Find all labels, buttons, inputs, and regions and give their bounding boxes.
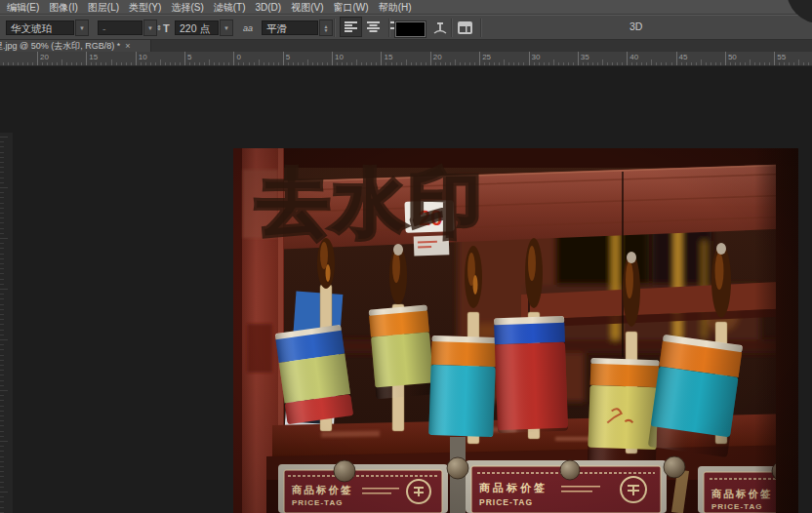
ruler-tick bbox=[57, 62, 58, 65]
menu-item-6[interactable]: 3D(D) bbox=[251, 0, 287, 15]
ruler-tick bbox=[27, 62, 28, 65]
menu-item-1[interactable]: 图像(I) bbox=[44, 0, 82, 15]
ruler-label: 25 bbox=[482, 53, 491, 61]
ruler-tick bbox=[406, 59, 407, 65]
ruler-tick bbox=[32, 62, 33, 65]
ruler-tick bbox=[259, 59, 260, 65]
ruler-tick bbox=[784, 62, 785, 65]
ruler-tick bbox=[750, 59, 751, 65]
font-size-dropdown-arrow-icon[interactable]: ▼ bbox=[220, 20, 233, 36]
ruler-label: 50 bbox=[728, 53, 737, 61]
ruler-tick bbox=[435, 62, 436, 65]
ruler-tick bbox=[735, 62, 736, 65]
ruler-tick bbox=[0, 375, 4, 375]
ruler-tick bbox=[558, 62, 559, 65]
ruler-tick bbox=[76, 62, 77, 65]
document-tab[interactable]: 里.jpg @ 50% (去水印, RGB/8) * × bbox=[0, 40, 151, 52]
menu-item-2[interactable]: 图层(L) bbox=[83, 0, 124, 15]
menu-item-4[interactable]: 选择(S) bbox=[166, 0, 208, 15]
ruler-tick bbox=[789, 62, 790, 65]
ruler-tick bbox=[479, 52, 480, 65]
ruler-tick bbox=[793, 62, 794, 65]
anti-alias-spinner-icon[interactable]: ▲▼ bbox=[319, 20, 333, 36]
ruler-tick bbox=[0, 294, 4, 295]
ruler-tick bbox=[0, 487, 4, 488]
font-style-select[interactable]: - bbox=[98, 20, 142, 35]
ruler-tick bbox=[0, 436, 4, 437]
ruler-tick bbox=[764, 62, 765, 65]
ruler-tick bbox=[278, 62, 279, 65]
menu-item-9[interactable]: 帮助(H) bbox=[374, 0, 417, 15]
ruler-tick bbox=[204, 62, 205, 65]
ruler-tick bbox=[518, 62, 519, 65]
ruler-tick bbox=[568, 62, 569, 65]
align-left-icon bbox=[345, 21, 357, 32]
align-center-button[interactable] bbox=[362, 17, 385, 37]
ruler-tick bbox=[22, 62, 23, 65]
ruler-tick bbox=[696, 62, 697, 65]
font-size-icon[interactable]: T bbox=[163, 22, 170, 34]
ruler-tick bbox=[150, 62, 151, 65]
ruler-tick bbox=[47, 62, 48, 65]
ruler-tick bbox=[508, 62, 509, 65]
font-family-select[interactable]: 华文琥珀 bbox=[6, 20, 74, 35]
ruler-tick bbox=[66, 62, 67, 65]
ruler-tick bbox=[641, 62, 642, 65]
warp-text-icon[interactable] bbox=[432, 20, 448, 36]
ruler-tick bbox=[223, 62, 224, 65]
ruler-tick bbox=[0, 178, 4, 178]
ruler-tick bbox=[194, 62, 195, 65]
ruler-tick bbox=[101, 62, 102, 65]
photo-document[interactable]: 20 bbox=[233, 148, 798, 513]
ruler-tick bbox=[0, 441, 8, 442]
ruler-tick bbox=[0, 254, 4, 255]
ruler-tick bbox=[523, 62, 524, 65]
ruler-tick bbox=[86, 52, 87, 65]
ruler-tick bbox=[583, 62, 584, 65]
font-size-input[interactable]: 220 点 bbox=[175, 20, 219, 35]
ruler-tick bbox=[474, 62, 475, 65]
ruler-tick bbox=[91, 62, 92, 65]
ruler-tick bbox=[0, 344, 4, 345]
ruler-tick bbox=[293, 62, 294, 65]
ruler-tick bbox=[233, 52, 234, 65]
ruler-tick bbox=[666, 62, 667, 65]
menu-item-3[interactable]: 类型(Y) bbox=[124, 0, 166, 15]
ruler-tick bbox=[597, 62, 598, 65]
ruler-tick bbox=[612, 62, 613, 65]
menu-item-0[interactable]: 编辑(E) bbox=[2, 0, 44, 15]
toggle-panels-icon[interactable] bbox=[457, 20, 473, 35]
ruler-tick bbox=[155, 62, 156, 65]
ruler-tick bbox=[0, 466, 4, 467]
menu-item-7[interactable]: 视图(V) bbox=[286, 0, 328, 15]
ruler-tick bbox=[0, 203, 4, 204]
ruler-tick bbox=[656, 62, 657, 65]
ruler-tick bbox=[411, 62, 412, 65]
ruler-tick bbox=[0, 279, 4, 280]
ruler-tick bbox=[553, 59, 554, 65]
ruler-tick bbox=[798, 59, 799, 65]
ruler-label: 20 bbox=[40, 53, 49, 61]
ruler-tick bbox=[96, 62, 97, 65]
horizontal-ruler[interactable]: 20151050510152025303540455055 bbox=[0, 52, 812, 66]
ruler-label: 10 bbox=[335, 53, 344, 61]
align-left-button[interactable] bbox=[340, 17, 362, 37]
watermark-text: 去水印 bbox=[257, 166, 485, 242]
font-family-dropdown-arrow-icon[interactable]: ▼ bbox=[75, 20, 89, 36]
ruler-tick bbox=[386, 62, 386, 65]
menu-item-5[interactable]: 滤镜(T) bbox=[209, 0, 251, 15]
text-color-swatch[interactable] bbox=[395, 21, 426, 37]
ruler-tick bbox=[131, 62, 132, 65]
font-style-dropdown-arrow-icon[interactable]: ▼ bbox=[143, 20, 157, 36]
tab-close-icon[interactable]: × bbox=[125, 41, 130, 51]
ruler-tick bbox=[0, 446, 4, 447]
ruler-tick bbox=[0, 420, 4, 421]
ruler-tick bbox=[303, 62, 304, 65]
document-tab-title: 里.jpg @ 50% (去水印, RGB/8) * bbox=[0, 40, 120, 52]
menu-item-8[interactable]: 窗口(W) bbox=[329, 0, 374, 15]
anti-alias-select[interactable]: 平滑 bbox=[262, 20, 318, 35]
ruler-tick bbox=[0, 172, 4, 173]
ruler-tick bbox=[720, 62, 721, 65]
vertical-ruler[interactable] bbox=[0, 133, 13, 513]
ruler-tick bbox=[0, 137, 8, 138]
